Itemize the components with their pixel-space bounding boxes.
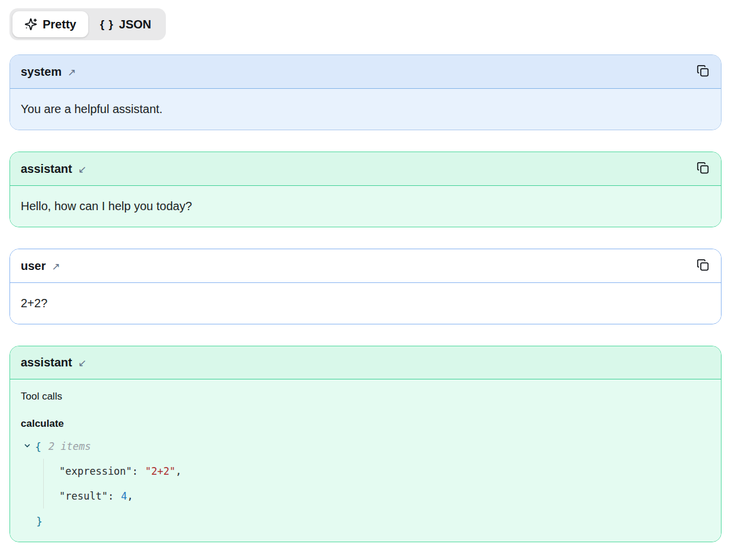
close-brace: } <box>36 513 43 529</box>
message-card-assistant-tool-call: assistant ↙ Tool calls calculate { <box>9 346 722 542</box>
tool-calls-heading: Tool calls <box>21 389 710 404</box>
json-key: "expression": <box>59 464 138 479</box>
copy-icon <box>697 65 709 79</box>
tool-name: calculate <box>21 416 710 432</box>
arrow-down-left-icon: ↙ <box>78 163 86 176</box>
sparkles-icon <box>24 18 37 31</box>
items-count: 2 items <box>49 439 91 455</box>
message-card-system: system ↗ You are a helpful assistant. <box>9 54 722 130</box>
json-comma: , <box>127 488 133 504</box>
open-brace: { <box>35 439 41 455</box>
braces-icon: { } <box>100 17 114 31</box>
view-mode-tabs: Pretty { } JSON <box>9 8 166 40</box>
role-label: assistant <box>21 161 72 177</box>
copy-icon <box>697 162 709 176</box>
role-label: assistant <box>21 355 72 371</box>
copy-button[interactable] <box>695 160 710 177</box>
message-header: assistant ↙ <box>10 346 721 379</box>
message-card-user: user ↗ 2+2? <box>9 249 722 324</box>
collapse-toggle[interactable] <box>22 441 33 452</box>
json-comma: , <box>175 464 181 479</box>
message-header: user ↗ <box>10 249 721 283</box>
tab-json-label: JSON <box>119 17 151 31</box>
copy-icon <box>697 259 709 273</box>
json-root-row: { 2 items <box>22 434 710 459</box>
role-label: user <box>21 258 46 274</box>
json-children: "expression": "2+2" , "result": 4 , <box>43 459 710 508</box>
transcript-page: Pretty { } JSON system ↗ You are a help <box>0 0 731 548</box>
tool-arguments-json-tree: { 2 items "expression": "2+2" , "result"… <box>21 434 710 533</box>
json-number-value: 4 <box>121 488 127 504</box>
tab-json[interactable]: { } JSON <box>88 11 163 37</box>
message-header: assistant ↙ <box>10 152 721 186</box>
arrow-up-right-icon: ↗ <box>68 66 76 79</box>
message-card-assistant: assistant ↙ Hello, how can I help you to… <box>9 152 722 227</box>
chevron-down-icon <box>23 442 31 452</box>
json-close-row: } <box>22 508 710 533</box>
tab-pretty-label: Pretty <box>43 17 76 31</box>
message-content: 2+2? <box>10 283 721 324</box>
json-string-value: "2+2" <box>145 464 175 479</box>
copy-button[interactable] <box>695 258 710 274</box>
tab-pretty[interactable]: Pretty <box>12 11 88 37</box>
message-header: system ↗ <box>10 55 721 89</box>
json-key: "result": <box>59 488 114 504</box>
copy-button[interactable] <box>695 63 710 80</box>
arrow-down-left-icon: ↙ <box>78 357 86 369</box>
json-entry-row: "result": 4 , <box>59 484 710 508</box>
message-content: Hello, how can I help you today? <box>10 186 721 227</box>
json-entry-row: "expression": "2+2" , <box>59 459 710 484</box>
role-label: system <box>21 64 62 80</box>
arrow-up-right-icon: ↗ <box>52 260 60 273</box>
message-content: Tool calls calculate { 2 items <box>10 379 721 542</box>
message-content: You are a helpful assistant. <box>10 89 721 130</box>
